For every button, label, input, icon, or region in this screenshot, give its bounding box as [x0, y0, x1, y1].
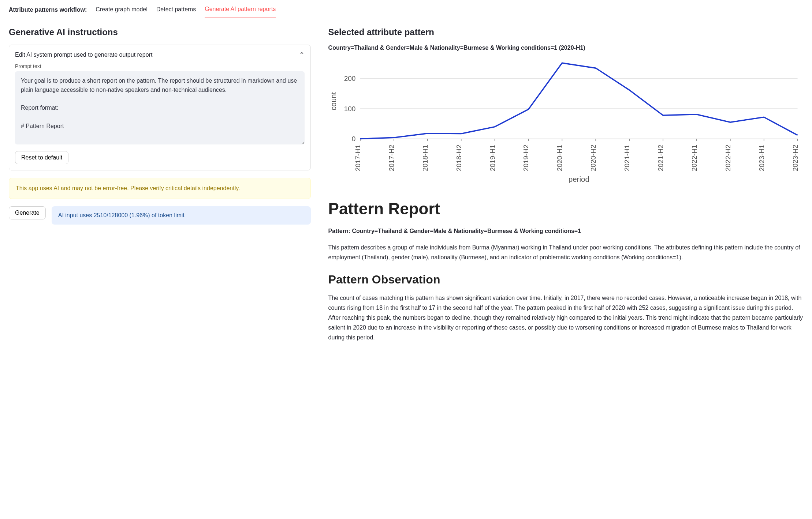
- svg-text:2018-H1: 2018-H1: [421, 144, 429, 171]
- line-chart-svg: 01002002017-H12017-H22018-H12018-H22019-…: [328, 58, 803, 185]
- report-pattern-line: Pattern: Country=Thailand & Gender=Male …: [328, 226, 803, 236]
- workflow-bar: Attribute patterns workflow: Create grap…: [9, 0, 803, 18]
- pattern-chart: 01002002017-H12017-H22018-H12018-H22019-…: [328, 58, 803, 185]
- svg-text:2023-H2: 2023-H2: [791, 144, 799, 171]
- svg-text:2020-H2: 2020-H2: [589, 144, 597, 171]
- prompt-text-label: Prompt text: [15, 63, 305, 69]
- svg-text:2020-H1: 2020-H1: [556, 144, 563, 171]
- workflow-step-detect[interactable]: Detect patterns: [156, 6, 196, 18]
- svg-text:2023-H1: 2023-H1: [757, 144, 765, 171]
- workflow-step-create[interactable]: Create graph model: [96, 6, 147, 18]
- svg-text:2022-H1: 2022-H1: [690, 144, 698, 171]
- svg-text:2022-H2: 2022-H2: [724, 144, 731, 171]
- prompt-expander: Edit AI system prompt used to generate o…: [9, 45, 311, 170]
- svg-text:100: 100: [344, 105, 355, 113]
- svg-text:0: 0: [351, 135, 355, 143]
- svg-text:2018-H2: 2018-H2: [455, 144, 462, 171]
- expander-header[interactable]: Edit AI system prompt used to generate o…: [15, 51, 305, 59]
- right-section-title: Selected attribute pattern: [328, 27, 803, 37]
- selected-pattern-label: Country=Thailand & Gender=Male & Nationa…: [328, 45, 803, 51]
- report-p2: The count of cases matching this pattern…: [328, 293, 803, 343]
- prompt-textarea[interactable]: [15, 71, 305, 144]
- ai-warning: This app uses AI and may not be error-fr…: [9, 178, 311, 199]
- svg-text:2021-H1: 2021-H1: [623, 144, 631, 171]
- expander-label: Edit AI system prompt used to generate o…: [15, 52, 152, 58]
- svg-text:2019-H1: 2019-H1: [488, 144, 496, 171]
- svg-text:count: count: [329, 92, 337, 110]
- report-p1: This pattern describes a group of male i…: [328, 242, 803, 262]
- svg-text:2021-H2: 2021-H2: [657, 144, 664, 171]
- report-h2: Pattern Observation: [328, 273, 803, 286]
- svg-text:2017-H2: 2017-H2: [388, 144, 395, 171]
- left-section-title: Generative AI instructions: [9, 27, 311, 37]
- generate-button[interactable]: Generate: [9, 206, 46, 219]
- svg-text:200: 200: [344, 75, 355, 82]
- pattern-report: Pattern Report Pattern: Country=Thailand…: [328, 200, 803, 343]
- chevron-up-icon: ⌃: [299, 51, 305, 59]
- svg-text:period: period: [568, 175, 589, 183]
- svg-text:2019-H2: 2019-H2: [522, 144, 530, 171]
- workflow-label: Attribute patterns workflow:: [9, 7, 87, 13]
- svg-text:2017-H1: 2017-H1: [354, 144, 362, 171]
- token-usage-info: AI input uses 2510/128000 (1.96%) of tok…: [52, 206, 311, 225]
- report-h1: Pattern Report: [328, 200, 803, 218]
- workflow-step-generate[interactable]: Generate AI pattern reports: [205, 6, 276, 18]
- reset-button[interactable]: Reset to default: [15, 151, 68, 164]
